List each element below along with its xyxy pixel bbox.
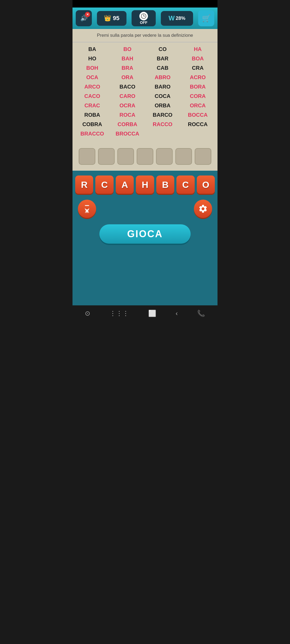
settings-button[interactable] <box>194 200 212 218</box>
word-cell[interactable]: COBRA <box>75 121 110 128</box>
cart-button[interactable]: 🛒 <box>198 10 214 26</box>
word-grid: BABOCOHAHOBAHBARBOABOHBRACABCRAOCAORAABR… <box>73 42 218 143</box>
blank-slot[interactable] <box>79 148 95 165</box>
blank-slot[interactable] <box>137 148 153 165</box>
letter-tile-4[interactable]: B <box>156 175 174 194</box>
word-cell[interactable]: BARCO <box>145 111 180 119</box>
word-cell[interactable]: ORA <box>110 74 145 81</box>
tiles-area: RCAHBCO <box>73 171 218 197</box>
word-cell[interactable]: ROCA <box>110 111 145 119</box>
word-cell[interactable]: ROCCA <box>180 121 215 128</box>
word-cell[interactable]: HO <box>75 55 110 62</box>
score-button[interactable]: 👑 95 <box>97 11 126 26</box>
word-cell[interactable]: BAR <box>145 55 180 62</box>
word-cell[interactable]: BOH <box>75 64 110 72</box>
word-cell[interactable]: BACO <box>110 83 145 90</box>
cart-icon: 🛒 <box>202 14 211 23</box>
word-cell[interactable]: BO <box>110 46 145 53</box>
action-row <box>73 197 218 222</box>
w-letter: W <box>169 14 175 22</box>
bottom-padding <box>73 252 218 305</box>
word-cell[interactable]: BAH <box>110 55 145 62</box>
word-cell[interactable]: BOCCA <box>180 111 215 119</box>
word-cell[interactable]: CORA <box>180 93 215 100</box>
word-cell[interactable]: CORBA <box>110 121 145 128</box>
top-bar: 🔊 ✕ 👑 95 OFF W 28% 🛒 <box>73 8 218 29</box>
timer-button[interactable]: OFF <box>132 10 156 26</box>
letter-tile-5[interactable]: C <box>176 175 194 194</box>
word-cell[interactable]: BRA <box>110 64 145 72</box>
mute-x-badge: ✕ <box>85 12 90 17</box>
word-cell[interactable]: ROBA <box>75 111 110 119</box>
word-cell[interactable]: CACO <box>75 93 110 100</box>
nav-gamepad-icon[interactable]: ⊙ <box>85 310 90 317</box>
blank-slot[interactable] <box>98 148 115 165</box>
trophy-icon <box>82 204 92 214</box>
info-bar: Premi sulla parola per vedere la sua def… <box>73 29 218 42</box>
word-cell[interactable]: CO <box>145 46 180 53</box>
word-cell[interactable]: CRA <box>180 64 215 72</box>
word-cell[interactable]: CRAC <box>75 102 110 109</box>
word-cell[interactable]: BROCCA <box>110 130 145 137</box>
nav-call-icon[interactable]: 📞 <box>197 310 205 317</box>
blank-slots <box>73 143 218 171</box>
letter-tile-2[interactable]: A <box>116 175 134 194</box>
letter-tile-6[interactable]: O <box>197 175 215 194</box>
play-button[interactable]: GIOCA <box>99 224 191 244</box>
info-text: Premi sulla parola per vedere la sua def… <box>97 33 193 38</box>
letter-tile-1[interactable]: C <box>95 175 113 194</box>
word-cell[interactable]: ACRO <box>180 74 215 81</box>
word-cell[interactable]: ARCO <box>75 83 110 90</box>
word-cell[interactable]: CARO <box>110 93 145 100</box>
blank-slot[interactable] <box>156 148 173 165</box>
play-button-area: GIOCA <box>73 222 218 252</box>
word-cell[interactable]: ORBA <box>145 102 180 109</box>
nav-back-icon[interactable]: ‹ <box>176 310 178 317</box>
word-cell[interactable]: ORCA <box>180 102 215 109</box>
word-cell[interactable]: COCA <box>145 93 180 100</box>
word-cell[interactable]: BARO <box>145 83 180 90</box>
timer-circle <box>139 12 148 20</box>
word-cell[interactable]: HA <box>180 46 215 53</box>
word-button[interactable]: W 28% <box>161 11 193 26</box>
word-cell[interactable]: BOA <box>180 55 215 62</box>
crown-icon: 👑 <box>104 15 111 22</box>
clock-icon <box>141 13 146 19</box>
word-cell[interactable]: ABRO <box>145 74 180 81</box>
blank-slot[interactable] <box>117 148 134 165</box>
word-cell[interactable]: CAB <box>145 64 180 72</box>
blank-slot[interactable] <box>195 148 211 165</box>
word-cell[interactable]: OCA <box>75 74 110 81</box>
blank-slot[interactable] <box>175 148 192 165</box>
android-nav: ⊙ ⋮⋮⋮ ⬜ ‹ 📞 <box>73 305 218 321</box>
trophy-button[interactable] <box>78 200 96 218</box>
word-percent: 28% <box>176 16 185 21</box>
status-bar <box>73 0 218 8</box>
nav-menu-icon[interactable]: ⋮⋮⋮ <box>110 310 129 317</box>
word-cell[interactable]: OCRA <box>110 102 145 109</box>
nav-home-icon[interactable]: ⬜ <box>148 310 156 317</box>
letter-tile-0[interactable]: R <box>75 175 93 194</box>
score-value: 95 <box>113 15 119 22</box>
word-cell[interactable]: BRACCO <box>75 130 110 137</box>
mute-button[interactable]: 🔊 ✕ <box>76 10 92 26</box>
letter-tile-3[interactable]: H <box>136 175 154 194</box>
word-cell[interactable]: RACCO <box>145 121 180 128</box>
gear-icon <box>198 204 208 214</box>
word-cell[interactable]: BORA <box>180 83 215 90</box>
timer-label: OFF <box>140 20 147 25</box>
word-cell[interactable]: BA <box>75 46 110 53</box>
